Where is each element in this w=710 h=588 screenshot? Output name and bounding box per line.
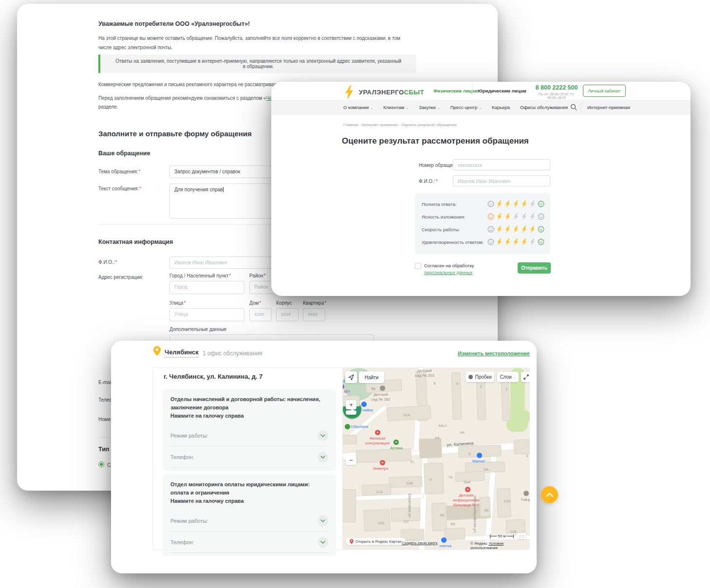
lightning-rating-icon[interactable] bbox=[521, 200, 527, 208]
traffic-button[interactable]: Пробки bbox=[466, 372, 494, 382]
rate-fio-input[interactable]: Иванов Иван Иванович bbox=[453, 175, 550, 186]
nav-item-5[interactable]: Офисы обслуживания bbox=[520, 105, 568, 110]
number-input[interactable]: xxxxxxxxxx bbox=[453, 159, 550, 170]
individuals-link[interactable]: Физическим лицам bbox=[433, 88, 478, 93]
note-commercial: Коммерческие предложения и письма реклам… bbox=[98, 82, 286, 87]
map-label: Детский сад № 282 bbox=[371, 392, 391, 402]
expand-row-button[interactable] bbox=[318, 430, 328, 441]
map-ruler-button[interactable]: ∙∙∙ bbox=[346, 410, 356, 415]
consent-checkbox[interactable] bbox=[415, 263, 421, 269]
map-building bbox=[451, 373, 461, 420]
location-pin-icon bbox=[153, 346, 161, 356]
map-search-button[interactable]: Найти bbox=[359, 371, 384, 383]
lightning-rating-icon[interactable] bbox=[504, 238, 511, 246]
lightning-rating-icon[interactable] bbox=[529, 238, 536, 246]
street-input[interactable]: Улица bbox=[169, 308, 244, 321]
chevron-down-icon bbox=[320, 519, 325, 522]
city-selector[interactable]: Челябинск bbox=[165, 349, 199, 358]
open-in-yandex-label: Открыть в Яндекс Картах bbox=[355, 539, 402, 544]
yandex-pin-icon bbox=[350, 539, 354, 544]
nav-item-2[interactable]: Закупки⌄ bbox=[419, 105, 440, 110]
yandex-map[interactable]: Детский сад № 26356Детский сад № 282анкМ… bbox=[342, 368, 530, 550]
happy-face-icon[interactable] bbox=[538, 226, 544, 233]
logo[interactable]: УРАЛЭНЕРГОСБЫТ bbox=[343, 85, 424, 100]
map-building-number: 12А bbox=[504, 499, 510, 503]
section-your-request: Ваше обращение bbox=[98, 150, 150, 157]
lightning-rating-icon[interactable] bbox=[513, 200, 519, 208]
lightning-rating-icon[interactable] bbox=[504, 213, 511, 220]
lightning-rating-icon[interactable] bbox=[496, 238, 503, 246]
phone-number[interactable]: 8 800 2222 500 bbox=[534, 84, 579, 91]
map-building-number: 6 bbox=[456, 382, 458, 386]
city-input[interactable]: Город bbox=[169, 281, 244, 294]
flat-input[interactable]: xxxx bbox=[303, 308, 325, 321]
lightning-rating-icon[interactable] bbox=[513, 213, 519, 220]
building-input[interactable]: xxxx bbox=[276, 308, 299, 321]
rating-label: Удовлетворенность ответом: bbox=[422, 239, 487, 245]
account-button[interactable]: Личный кабинет bbox=[583, 85, 626, 97]
nav-item-3[interactable]: Пресс-центр⌄ bbox=[450, 105, 482, 110]
create-map-link[interactable]: Создать свою карту bbox=[402, 541, 438, 545]
lightning-rating-icon[interactable] bbox=[529, 200, 536, 208]
lightning-rating-icon[interactable] bbox=[529, 213, 536, 220]
zoom-in-button[interactable]: + bbox=[346, 400, 356, 409]
office-section-0: Отделы начислений и договорной работы: н… bbox=[163, 389, 336, 471]
sad-face-icon[interactable] bbox=[487, 201, 494, 207]
scale-ruler-button[interactable]: ⊏⊐ bbox=[517, 533, 526, 539]
breadcrumb-item-0[interactable]: Главная bbox=[343, 123, 358, 127]
open-in-yandex-link[interactable]: Открыть в Яндекс Картах bbox=[346, 538, 406, 545]
happy-face-icon[interactable] bbox=[538, 239, 544, 245]
map-scale: 50 м bbox=[490, 534, 514, 538]
map-building-number: 9 bbox=[430, 478, 431, 482]
rating-label: Полнота ответа: bbox=[422, 202, 487, 207]
lightning-rating-icon[interactable] bbox=[513, 238, 519, 246]
layers-button[interactable]: Слои⌄ bbox=[497, 372, 519, 382]
rate-fio-label: Ф.И.О.: bbox=[419, 179, 435, 184]
lightning-rating-icon[interactable] bbox=[513, 225, 519, 233]
rating-row-3: Удовлетворенность ответом: bbox=[415, 236, 550, 248]
happy-face-icon[interactable] bbox=[538, 213, 544, 220]
lightning-rating-icon[interactable] bbox=[496, 200, 503, 208]
lightning-rating-icon[interactable] bbox=[529, 225, 536, 233]
expand-row-button[interactable] bbox=[318, 452, 328, 462]
map-label: МП bbox=[344, 389, 350, 394]
form-title: Заполните и отправьте форму обращения bbox=[98, 129, 252, 138]
expand-row-button[interactable] bbox=[318, 515, 328, 526]
breadcrumb-item-1[interactable]: Интернет-приемная bbox=[362, 123, 398, 127]
chevron-down-icon: ⌄ bbox=[513, 375, 516, 379]
nav-item-1[interactable]: Клиентам⌄ bbox=[383, 105, 409, 110]
office-section-hint: Нажмите на галочку справа bbox=[170, 498, 244, 504]
sad-face-icon[interactable] bbox=[487, 239, 494, 245]
create-map-link[interactable]: Создать свою карту bbox=[402, 541, 438, 545]
lightning-rating-icon[interactable] bbox=[496, 225, 503, 233]
search-icon[interactable] bbox=[570, 104, 577, 110]
expand-row-button[interactable] bbox=[318, 537, 328, 548]
sad-face-icon[interactable] bbox=[487, 213, 494, 220]
lightning-rating-icon[interactable] bbox=[521, 225, 527, 233]
lightning-rating-icon[interactable] bbox=[504, 225, 511, 233]
consent-text: Согласен на обработку bbox=[424, 263, 474, 268]
personal-data-link[interactable]: персональных данных bbox=[424, 270, 472, 275]
sad-face-icon[interactable] bbox=[487, 226, 494, 233]
lightning-rating-icon[interactable] bbox=[496, 213, 503, 220]
legal-link[interactable]: Юридическим лицам bbox=[478, 88, 526, 93]
nav-item-4[interactable]: Карьера bbox=[492, 105, 510, 110]
type-radio[interactable] bbox=[98, 461, 104, 467]
locate-button[interactable] bbox=[345, 371, 357, 383]
scroll-top-button[interactable] bbox=[541, 486, 558, 503]
house-input[interactable]: xxxx bbox=[249, 308, 272, 321]
office-row-label: Телефон: bbox=[170, 539, 318, 545]
lightning-rating-icon[interactable] bbox=[521, 213, 527, 220]
happy-face-icon[interactable] bbox=[538, 201, 544, 207]
zoom-out-button[interactable]: − bbox=[346, 456, 356, 465]
fullscreen-button[interactable] bbox=[521, 372, 530, 382]
nav-item-0[interactable]: О компании⌄ bbox=[343, 105, 373, 110]
lightning-rating-icon[interactable] bbox=[521, 238, 527, 246]
chevron-down-icon bbox=[320, 434, 325, 437]
nav-item-internet-reception[interactable]: Интернет-приемная bbox=[587, 105, 630, 110]
map-building bbox=[502, 379, 510, 421]
submit-button[interactable]: Отправить bbox=[518, 262, 551, 274]
change-location-link[interactable]: Изменить местоположение bbox=[458, 350, 530, 356]
lightning-rating-icon[interactable] bbox=[504, 200, 511, 208]
map-label: Сбербанк bbox=[351, 424, 368, 429]
